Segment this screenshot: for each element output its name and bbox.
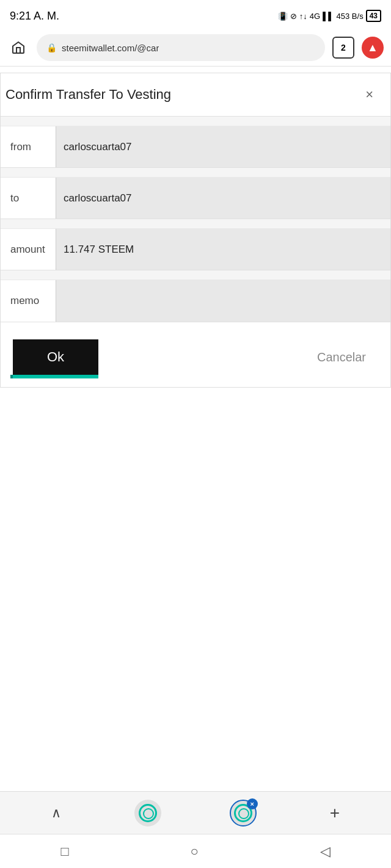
dialog-header: Confirm Transfer To Vesting × xyxy=(1,73,390,117)
ok-button-wrap: Ok xyxy=(13,339,98,375)
new-tab-button[interactable]: + xyxy=(325,798,345,828)
upload-button[interactable]: ▲ xyxy=(362,37,384,59)
speed-indicator: 453 B/s xyxy=(337,12,364,21)
memo-row: memo xyxy=(1,280,390,322)
home-button[interactable] xyxy=(7,37,29,59)
url-bar[interactable]: 🔒 steemitwallet.com/@car xyxy=(37,34,325,61)
browser-tab-2[interactable]: × xyxy=(230,800,257,826)
recent-apps-button[interactable]: □ xyxy=(48,839,81,864)
url-text: steemitwallet.com/@car xyxy=(62,43,159,53)
from-row: from carloscuarta07 xyxy=(1,126,390,168)
page-content xyxy=(0,394,391,760)
to-label: to xyxy=(1,178,56,219)
status-time: 9:21 A. M. xyxy=(10,10,59,23)
home-nav-button[interactable]: ○ xyxy=(178,839,210,864)
form-spacer-3 xyxy=(1,219,390,229)
memo-label: memo xyxy=(1,280,56,322)
to-row: to carloscuarta07 xyxy=(1,178,390,219)
status-icons: 📳 ⊘ ↑↓ 4G ▌▌ 453 B/s 43 xyxy=(278,10,381,22)
close-button[interactable]: × xyxy=(360,84,378,105)
battery-indicator: 43 xyxy=(366,10,381,22)
dnd-icon: ⊘ xyxy=(290,12,297,21)
confirm-transfer-dialog: Confirm Transfer To Vesting × from carlo… xyxy=(0,73,391,388)
scroll-up-button[interactable]: ∧ xyxy=(46,800,66,826)
browser-bar: 🔒 steemitwallet.com/@car 2 ▲ xyxy=(0,29,391,67)
to-value: carloscuarta07 xyxy=(56,178,390,219)
browser-tab-1[interactable] xyxy=(134,800,161,826)
memo-value xyxy=(56,280,390,322)
signal-icon: ↑↓ xyxy=(299,12,307,21)
dialog-title: Confirm Transfer To Vesting xyxy=(5,87,171,103)
cancel-button[interactable]: Cancelar xyxy=(305,341,378,374)
amount-value: 11.747 STEEM xyxy=(56,229,390,270)
form-spacer-2 xyxy=(1,168,390,178)
form-spacer-4 xyxy=(1,270,390,280)
signal-bars-icon: ▌▌ xyxy=(323,12,334,21)
from-label: from xyxy=(1,126,56,167)
network-type: 4G xyxy=(310,12,320,21)
back-nav-button[interactable]: ◁ xyxy=(308,839,343,864)
lock-icon: 🔒 xyxy=(46,43,57,52)
action-row: Ok Cancelar xyxy=(1,327,390,387)
transfer-form: from carloscuarta07 to carloscuarta07 am… xyxy=(1,117,390,322)
tab-1-icon xyxy=(139,804,157,822)
upload-icon: ▲ xyxy=(367,42,378,54)
tab-count-label: 2 xyxy=(341,43,346,52)
ok-button[interactable]: Ok xyxy=(13,339,98,375)
status-bar: 9:21 A. M. 📳 ⊘ ↑↓ 4G ▌▌ 453 B/s 43 xyxy=(0,0,391,29)
form-spacer-1 xyxy=(1,117,390,126)
from-value: carloscuarta07 xyxy=(56,126,390,167)
tab-close-badge[interactable]: × xyxy=(247,798,258,809)
amount-row: amount 11.747 STEEM xyxy=(1,229,390,270)
amount-label: amount xyxy=(1,229,56,270)
tab-count-button[interactable]: 2 xyxy=(332,37,354,59)
bottom-tabs-bar: ∧ × + xyxy=(0,791,391,834)
system-nav-bar: □ ○ ◁ xyxy=(0,834,391,868)
vibrate-icon: 📳 xyxy=(278,12,288,21)
